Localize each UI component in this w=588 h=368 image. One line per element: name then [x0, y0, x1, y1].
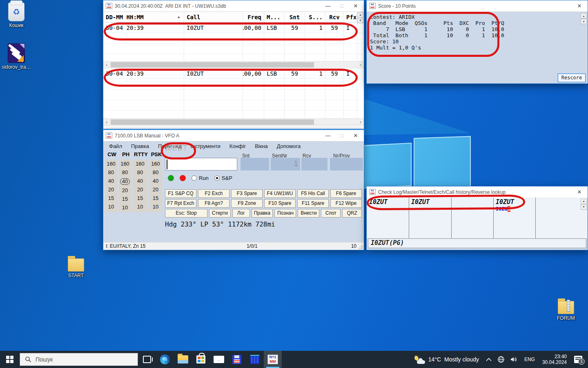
minimize-button[interactable]: — — [322, 132, 334, 139]
fkey-f7[interactable]: F7 Rpt Exch — [165, 199, 196, 208]
log-header-spinner[interactable]: ▲▼ — [357, 12, 363, 23]
band-button[interactable]: 10 — [106, 204, 116, 210]
close-button[interactable]: ✕ — [350, 3, 361, 9]
edit-button[interactable]: Правка — [252, 209, 273, 218]
scroll-right-icon[interactable]: › — [357, 62, 364, 68]
scroll-left-icon[interactable]: ‹ — [103, 62, 110, 68]
partial-call-match[interactable]: I0ZUG — [496, 206, 533, 212]
callsign-input[interactable] — [165, 158, 237, 171]
desktop-icon-recycle-bin[interactable]: ♻ Кошик — [1, 2, 32, 28]
band-button[interactable]: 160 — [105, 161, 118, 167]
fkey-f2[interactable]: F2 Exch — [198, 189, 229, 198]
band-button-selected[interactable]: 40 — [120, 178, 130, 185]
col-header-rcv[interactable]: Rcv — [325, 12, 344, 22]
rcv-field[interactable] — [301, 158, 327, 171]
log-lower-horizontal-scrollbar[interactable]: ‹ › — [103, 119, 364, 126]
band-button[interactable]: 20 — [151, 187, 160, 193]
log-window-titlebar[interactable]: N1MM 30.04.2024 20:40:00Z ARI DX INT - U… — [103, 0, 364, 12]
score-spinner[interactable]: ▲▼ — [581, 13, 587, 24]
scroll-right-icon[interactable]: › — [357, 119, 364, 125]
log-row[interactable]: 30-04 20:39 I0ZUT 7100,00 LSB 59 1 59 I — [103, 22, 364, 33]
nrprov-field[interactable] — [330, 158, 363, 171]
close-button[interactable]: ✕ — [574, 189, 585, 195]
sentnr-field[interactable]: 1 — [271, 158, 300, 171]
fkey-f8[interactable]: F8 Agn? — [198, 199, 229, 208]
store-button[interactable]: Внести — [298, 209, 319, 218]
log-upper-horizontal-scrollbar[interactable]: ‹ › — [103, 61, 364, 68]
task-view-button[interactable] — [138, 351, 156, 368]
volume-button[interactable] — [508, 356, 521, 363]
col-header-datetime[interactable]: DD-MM HH:MM — [106, 14, 144, 20]
col-header-sn[interactable]: S... — [305, 12, 325, 22]
col-header-call[interactable]: Call — [184, 12, 243, 22]
check-spinner[interactable]: ▲▼ — [581, 199, 587, 210]
log-button[interactable]: Лог — [232, 209, 250, 218]
desktop-icon-start-folder[interactable]: START — [60, 255, 91, 278]
fkey-f10[interactable]: F10 Spare — [264, 199, 296, 208]
check-col-master[interactable]: I0ZUT — [409, 197, 452, 238]
entry-window-titlebar[interactable]: N1MM 7100,00 LSB Manual - VFO A — □ ✕ — [103, 130, 364, 141]
score-window-titlebar[interactable]: N1MM Score - 10 Points ✕ — [367, 0, 588, 12]
band-button[interactable]: 15 — [151, 195, 160, 201]
language-indicator[interactable]: ENG — [521, 357, 539, 362]
band-button[interactable]: 20 — [106, 187, 116, 193]
col-header-freq[interactable]: Freq — [243, 12, 264, 22]
band-button[interactable]: 80 — [106, 170, 116, 175]
fkey-f5[interactable]: F5 His Call — [297, 189, 329, 198]
start-button[interactable] — [0, 351, 20, 368]
check-col-reverse[interactable] — [536, 197, 581, 238]
fkey-f12[interactable]: F12 Wipe — [330, 199, 362, 208]
col-header-mode[interactable]: M... — [264, 12, 285, 22]
run-radio[interactable]: Run — [192, 175, 209, 181]
menu-windows[interactable]: Вікна — [255, 143, 268, 149]
maximize-button[interactable]: □ — [336, 132, 347, 139]
mail-button[interactable] — [210, 351, 228, 368]
n1mm-taskbar-button[interactable]: N+1MM — [264, 351, 282, 368]
bandmap-app-button[interactable] — [246, 351, 264, 368]
band-button[interactable]: 10 — [120, 205, 130, 211]
band-button[interactable]: 80 — [120, 170, 130, 175]
band-button[interactable]: 160 — [118, 161, 131, 167]
band-button[interactable]: 160 — [149, 161, 162, 167]
band-button[interactable]: 160 — [134, 161, 147, 167]
scroll-left-icon[interactable]: ‹ — [103, 119, 110, 125]
band-button[interactable]: 40 — [135, 178, 145, 184]
snt-field[interactable] — [241, 158, 269, 171]
menu-edit[interactable]: Правка — [131, 143, 149, 149]
mark-button[interactable]: Познач — [274, 209, 296, 218]
band-button[interactable]: 80 — [151, 170, 160, 175]
band-button[interactable]: 15 — [120, 196, 130, 202]
col-header-pfx[interactable]: Pfx — [344, 12, 357, 22]
resize-grip[interactable] — [359, 245, 363, 249]
store-button[interactable] — [192, 351, 210, 368]
col-header-snt[interactable]: Snt — [285, 12, 305, 22]
weather-widget[interactable]: 14°C Mostly cloudy — [410, 355, 483, 364]
floppy-app-button[interactable] — [228, 351, 246, 368]
wipe-button[interactable]: Стерти — [209, 209, 231, 218]
check-col-telnet[interactable] — [452, 197, 494, 238]
qrz-button[interactable]: QRZ — [342, 209, 362, 218]
minimize-button[interactable]: — — [322, 3, 334, 9]
menu-tools[interactable]: Інструменти — [191, 143, 220, 149]
action-center-button[interactable]: 1 — [570, 356, 588, 363]
desktop-icon-forum-folder[interactable]: FORUM — [550, 298, 581, 321]
menu-help[interactable]: Допомога — [277, 143, 301, 149]
desktop-icon-sidorov-file[interactable]: sidorov_tra… — [1, 43, 32, 70]
fkey-f6[interactable]: F6 Spare — [330, 189, 362, 198]
clock[interactable]: 23:40 30.04.2024 — [539, 354, 570, 365]
band-button[interactable]: 40 — [106, 178, 116, 184]
band-button[interactable]: 15 — [106, 195, 116, 201]
scrollbar-thumb[interactable] — [111, 62, 314, 67]
fkey-f3[interactable]: F3 Spare — [231, 189, 263, 198]
file-explorer-button[interactable] — [174, 351, 192, 368]
sp-radio[interactable]: S&P — [214, 175, 232, 181]
scrollbar-thumb[interactable] — [111, 119, 314, 125]
rescore-button[interactable]: Rescore — [558, 74, 586, 82]
band-button[interactable]: 20 — [135, 187, 145, 193]
menu-config[interactable]: Конфіг — [229, 143, 246, 149]
band-button[interactable]: 80 — [135, 170, 145, 175]
check-col-callhistory[interactable]: I0ZUT I0ZUG — [494, 197, 536, 238]
band-button[interactable]: 40 — [151, 178, 160, 184]
esc-stop-button[interactable]: Esc: Stop — [165, 209, 207, 218]
fkey-f11[interactable]: F11 Spare — [297, 199, 329, 208]
